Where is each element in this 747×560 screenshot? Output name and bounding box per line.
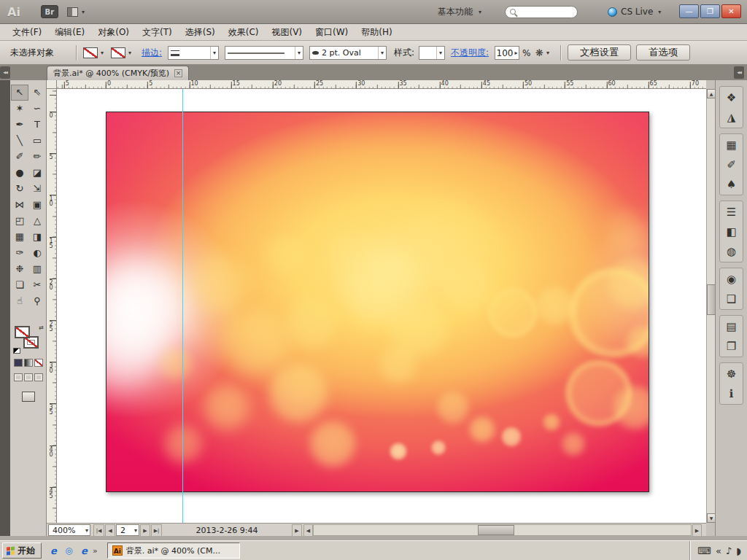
- stepper-arrow-icon[interactable]: ▸: [514, 50, 517, 56]
- info-panel-button[interactable]: ℹ: [720, 384, 743, 403]
- graphic-style-dropdown[interactable]: ▾: [419, 46, 445, 60]
- blend-tool[interactable]: ◐: [28, 245, 46, 261]
- color-panel-panel-button[interactable]: ❖: [720, 88, 743, 107]
- stroke-color-dropdown[interactable]: ▾: [111, 41, 131, 65]
- column-graph-tool[interactable]: ▥: [28, 261, 46, 277]
- ruler-origin-corner[interactable]: [47, 80, 57, 89]
- draw-inside-button[interactable]: [34, 373, 43, 381]
- swatches-panel-button[interactable]: ▦: [720, 135, 743, 155]
- appearance-panel-button[interactable]: ◉: [720, 269, 743, 289]
- search-input[interactable]: [505, 6, 578, 18]
- gradient-panel-button[interactable]: ◧: [720, 222, 743, 241]
- magic-wand-tool[interactable]: ✶: [11, 101, 28, 117]
- fill-color-dropdown[interactable]: ▾: [83, 41, 104, 65]
- close-document-icon[interactable]: ×: [174, 69, 182, 77]
- pencil-tool[interactable]: ✏: [28, 149, 46, 165]
- menu-item-window[interactable]: 窗口(W): [309, 24, 355, 40]
- select-similar-button[interactable]: ❋ ▾: [535, 41, 549, 65]
- cs-live-button[interactable]: CS Live ▾: [608, 7, 661, 17]
- menu-item-view[interactable]: 视图(V): [265, 24, 309, 40]
- collapse-tools-button[interactable]: ◀◀: [0, 66, 10, 79]
- perspective-grid-tool[interactable]: △: [28, 213, 46, 229]
- color-guide-panel-button[interactable]: ◮: [720, 107, 743, 127]
- menu-item-type[interactable]: 文字(T): [136, 24, 179, 40]
- restore-button[interactable]: ❐: [700, 4, 720, 18]
- slice-tool[interactable]: ✂: [28, 277, 46, 293]
- close-button[interactable]: ✕: [721, 4, 741, 18]
- layers-panel-button[interactable]: ▤: [720, 316, 743, 336]
- ime-keyboard-icon[interactable]: ⌨: [697, 541, 711, 560]
- preferences-button[interactable]: 首选项: [636, 44, 690, 61]
- canvas[interactable]: [57, 89, 706, 523]
- stroke-panel-button[interactable]: ☰: [720, 202, 743, 222]
- artboard-tool[interactable]: ❏: [11, 277, 28, 293]
- tray-chevron-icon[interactable]: «: [716, 541, 721, 560]
- menu-item-effect[interactable]: 效果(C): [222, 24, 266, 40]
- type-tool[interactable]: T: [28, 117, 46, 133]
- swap-fill-stroke-icon[interactable]: ⇄: [39, 324, 44, 331]
- opacity-input[interactable]: 100 ▸: [495, 46, 519, 60]
- zoom-level-dropdown[interactable]: 400% ▾: [48, 524, 90, 536]
- collapse-dock-button[interactable]: ◀◀: [734, 66, 744, 79]
- draw-behind-button[interactable]: [24, 373, 33, 381]
- menu-item-select[interactable]: 选择(S): [179, 24, 222, 40]
- stroke-panel-link[interactable]: 描边:: [142, 41, 162, 65]
- arrange-documents-button[interactable]: ▾: [67, 7, 85, 17]
- eraser-tool[interactable]: ◪: [28, 165, 46, 181]
- guide-line[interactable]: [182, 89, 183, 523]
- paintbrush-tool[interactable]: ✐: [11, 149, 28, 165]
- bridge-button[interactable]: Br: [41, 5, 58, 18]
- symbol-sprayer-tool[interactable]: ❉: [11, 261, 28, 277]
- default-fill-stroke-button[interactable]: [13, 348, 20, 354]
- volume-icon[interactable]: ♪: [726, 541, 732, 560]
- minimize-button[interactable]: —: [679, 4, 699, 18]
- lasso-tool[interactable]: ∽: [28, 101, 46, 117]
- fill-swatch[interactable]: [15, 326, 30, 338]
- document-setup-button[interactable]: 文档设置: [568, 44, 631, 61]
- screen-mode-button[interactable]: [22, 392, 35, 402]
- draw-normal-button[interactable]: [14, 373, 23, 381]
- taskbar-window-button[interactable]: Ai 背景. ai* @ 400% (CM...: [107, 542, 240, 559]
- symbols-panel-button[interactable]: ♠: [720, 174, 743, 194]
- hand-tool[interactable]: ☝: [11, 293, 28, 309]
- artboard[interactable]: [106, 112, 649, 492]
- line-segment-tool[interactable]: ╲: [11, 133, 28, 149]
- graphic-styles-panel-button[interactable]: ❑: [720, 289, 743, 308]
- stroke-weight-dropdown[interactable]: ▾: [168, 46, 219, 60]
- rectangle-tool[interactable]: ▭: [28, 133, 46, 149]
- workspace-switcher[interactable]: 基本功能 ▾: [438, 6, 481, 18]
- free-transform-tool[interactable]: ▣: [28, 197, 46, 213]
- brushes-panel-button[interactable]: ✐: [720, 155, 743, 174]
- navigator-panel-button[interactable]: ☸: [720, 364, 743, 384]
- browser-icon[interactable]: e: [78, 545, 90, 557]
- start-button[interactable]: 开始: [2, 542, 42, 559]
- network-icon[interactable]: ◗: [736, 541, 741, 560]
- shape-builder-tool[interactable]: ◰: [11, 213, 28, 229]
- eyedropper-tool[interactable]: ✑: [11, 245, 28, 261]
- menu-item-edit[interactable]: 编辑(E): [48, 24, 91, 40]
- width-tool[interactable]: ⋈: [11, 197, 28, 213]
- zoom-tool[interactable]: ⚲: [28, 293, 46, 309]
- gradient-tool[interactable]: ◨: [28, 229, 46, 245]
- menu-item-help[interactable]: 帮助(H): [355, 24, 398, 40]
- menu-item-object[interactable]: 对象(O): [91, 24, 136, 40]
- vertical-scrollbar[interactable]: ▲ ▼: [706, 89, 715, 523]
- selection-tool[interactable]: ↖: [11, 85, 28, 101]
- mesh-tool[interactable]: ▦: [11, 229, 28, 245]
- pen-tool[interactable]: ✒: [11, 117, 28, 133]
- artboards-panel-button[interactable]: ❐: [720, 336, 743, 356]
- opacity-panel-link[interactable]: 不透明度:: [451, 41, 489, 65]
- brush-definition-dropdown[interactable]: 2 pt. Oval ▾: [309, 46, 387, 60]
- rotate-tool[interactable]: ↻: [11, 181, 28, 197]
- blob-brush-tool[interactable]: ●: [11, 165, 28, 181]
- direct-selection-tool[interactable]: ⇖: [28, 85, 46, 101]
- horizontal-scrollbar[interactable]: [313, 524, 692, 536]
- messenger-icon[interactable]: ◎: [63, 545, 75, 557]
- scale-tool[interactable]: ⇲: [28, 181, 46, 197]
- color-mode-button[interactable]: [14, 359, 23, 367]
- width-profile-dropdown[interactable]: ▾: [225, 46, 303, 60]
- menu-item-file[interactable]: 文件(F): [6, 24, 48, 40]
- horizontal-ruler[interactable]: 50510152025303540455055606570: [57, 80, 706, 89]
- quick-launch-overflow-icon[interactable]: »: [93, 546, 98, 556]
- none-mode-button[interactable]: [34, 359, 43, 367]
